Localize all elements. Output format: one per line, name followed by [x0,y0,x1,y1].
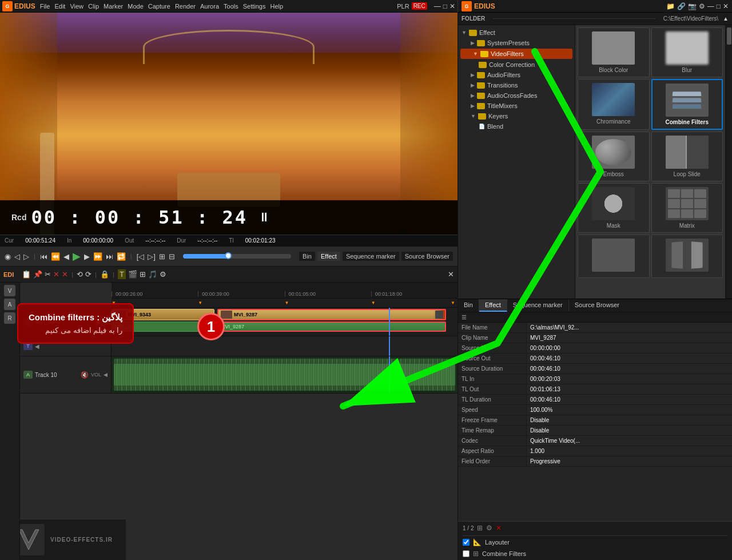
effects-scrollbar[interactable] [725,25,732,299]
filter-settings-btn[interactable]: ⚙ [486,524,492,532]
track-1t-content[interactable] [112,336,458,356]
tl-tool-8[interactable]: 🔒 [100,270,109,279]
track-1a-mute[interactable]: 🔇 [81,371,89,379]
menu-edit[interactable]: Edit [54,3,65,10]
tree-item-color-correction[interactable]: Color Correction [458,59,575,70]
menu-aurora[interactable]: Aurora [200,3,219,10]
tree-item-system[interactable]: ▶ SystemPresets [458,38,575,48]
effect-extra-2[interactable] [651,235,723,278]
menu-marker[interactable]: Marker [104,3,123,10]
camera-icon[interactable]: 📷 [688,2,697,10]
tl-tool-12[interactable]: 🎵 [148,270,157,279]
tab-bin[interactable]: Bin [458,299,479,312]
tree-item-keyers[interactable]: ▼ Keyers [458,111,575,121]
tree-item-blend[interactable]: 📄 Blend [458,121,575,132]
tl-tool-9[interactable]: T [118,269,126,279]
clip-mvi9287-video[interactable]: MVI_9287 [217,309,446,320]
loop-btn[interactable]: 🔁 [117,252,126,261]
insert-btn[interactable]: ⊞ [159,252,165,261]
tl-tool-1[interactable]: 📋 [22,270,31,279]
tab-btn-source[interactable]: Source Browser [401,252,453,261]
tab-effect[interactable]: Effect [479,299,507,312]
ff-btn[interactable]: ⏭ [106,252,113,261]
tl-ctrl-r[interactable]: R [4,312,15,324]
tab-btn-effect[interactable]: Effect [317,252,340,261]
menu-tools[interactable]: Tools [224,3,238,10]
effect-block-color[interactable]: Block Color [578,27,650,77]
effect-combine-filters[interactable]: Combine Filters [651,79,723,130]
tl-ctrl-a[interactable]: A [4,299,15,310]
out-val: --:--:--:-- [145,237,165,244]
effect-loop-slide[interactable]: Loop Slide [651,132,723,181]
tl-tool-11[interactable]: ⊞ [140,270,146,279]
scroll-up-icon[interactable]: ▲ [723,15,729,22]
tree-item-titlemixers[interactable]: ▶ TitleMixers [458,101,575,111]
trim-next-btn[interactable]: ▷ [23,252,29,261]
remove-filter-btn[interactable]: ✕ [496,524,502,532]
menu-view[interactable]: View [70,3,83,10]
tl-ctrl-v[interactable]: V [4,285,15,296]
close-btn-left[interactable]: ✕ [449,2,455,10]
effect-matrix[interactable]: Matrix [651,183,723,233]
restore-btn-right[interactable]: □ [717,2,721,10]
combine-filter-checkbox[interactable] [463,550,470,557]
chain-icon[interactable]: 🔗 [677,2,686,10]
tl-tool-2[interactable]: 📌 [33,270,42,279]
menu-clip[interactable]: Clip [88,3,99,10]
restore-btn[interactable]: □ [443,2,447,10]
close-btn-right[interactable]: ✕ [723,2,729,10]
effect-emboss[interactable]: Emboss [578,132,650,181]
tl-tool-5[interactable]: ✕ [62,270,68,279]
menu-settings[interactable]: Settings [243,3,266,10]
tree-item-audiofilters[interactable]: ▶ AudioFilters [458,70,575,80]
tab-sequence[interactable]: Sequence marker [507,299,569,312]
frame-back-btn[interactable]: ◀ [63,252,69,261]
out-point-btn[interactable]: ▷] [148,252,156,261]
tl-tool-10[interactable]: 🎬 [128,270,137,279]
tree-item-transitions[interactable]: ▶ Transitions [458,80,575,90]
tab-btn-sequence[interactable]: Sequence marker [343,252,399,261]
overwrite-btn[interactable]: ⊟ [169,252,175,261]
frame-fwd-btn[interactable]: ▶ [84,252,90,261]
menu-file[interactable]: File [40,3,50,10]
menu-render[interactable]: Render [175,3,196,10]
prop-sourcein-key: Source In [458,343,527,353]
tl-tool-13[interactable]: ⚙ [160,270,166,279]
track-1a-type-btn[interactable]: A [23,371,33,379]
track-1va-content[interactable]: MVI_9343 MVI_... MVI_9287 MVI_9287 [112,308,458,336]
add-filter-btn[interactable]: ⊞ [477,524,483,532]
minimize-btn[interactable]: — [434,2,441,10]
play-btn[interactable]: ▶ [73,250,81,263]
tl-tool-4[interactable]: ✕ [53,270,59,279]
edius-brand-left: EDIUS [14,2,35,10]
tree-item-effect[interactable]: ▼ Effect [458,27,575,38]
tl-close-btn[interactable]: ✕ [448,270,454,279]
tl-tool-6[interactable]: ⟲ [77,270,83,279]
folder-icon-btn[interactable]: 📁 [666,2,675,10]
seek-bar[interactable] [183,254,291,259]
tree-item-videofilters[interactable]: ▼ VideoFilters [460,49,572,59]
in-point-btn[interactable]: [◁ [137,252,145,261]
menu-mode[interactable]: Mode [128,3,144,10]
step-fwd-btn[interactable]: ⏩ [93,252,102,261]
clip-mvi9287-audio[interactable]: MVI_9287 [217,321,446,332]
step-back-btn[interactable]: ⏪ [51,252,60,261]
menu-capture[interactable]: Capture [148,3,170,10]
effect-blur[interactable]: Blur [651,27,723,77]
tab-source-browser[interactable]: Source Browser [569,299,625,312]
tl-tool-7[interactable]: ⟳ [85,270,92,279]
jog-btn[interactable]: ◉ [5,252,11,261]
minimize-btn-right[interactable]: — [707,2,714,10]
tl-tool-3[interactable]: ✂ [45,270,51,279]
effect-extra-1[interactable] [578,235,650,278]
track-1a-content[interactable] [112,356,458,393]
rewind-btn[interactable]: ⏮ [40,252,47,261]
effect-mask[interactable]: Mask [578,183,650,233]
menu-help[interactable]: Help [270,3,283,10]
trim-prev-btn[interactable]: ◁ [14,252,20,261]
tree-item-audiocross[interactable]: ▶ AudioCrossFades [458,90,575,101]
tab-btn-bin[interactable]: Bin [299,252,315,261]
effect-chroma[interactable]: Chrominance [578,79,650,130]
settings-icon-right[interactable]: ⚙ [699,2,705,10]
layouter-checkbox[interactable] [463,539,470,546]
